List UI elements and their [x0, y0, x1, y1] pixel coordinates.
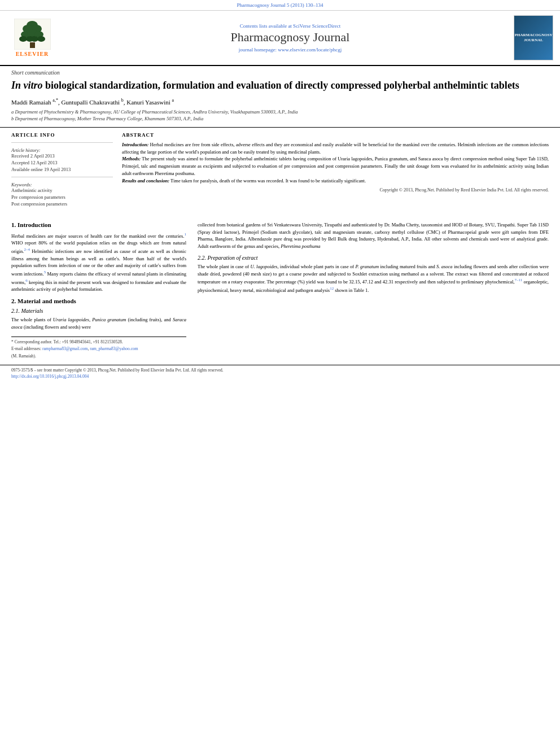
affiliation-a: a Department of Phytochemistry & Pharmac… [11, 109, 549, 116]
contents-text: Contents lists available at SciVerse Sci… [240, 23, 341, 29]
article-title: In vitro biological standardization, for… [0, 77, 560, 97]
article-type: Short communication [0, 66, 560, 77]
materials-paragraph: The whole plants of Uraria lagopoides, P… [11, 316, 186, 331]
intro-label: Introduction: [122, 142, 148, 147]
keyword1: Anthelmintic activity [11, 187, 113, 193]
received-date: Received 2 April 2013 [11, 153, 113, 159]
journal-homepage[interactable]: journal homepage: www.elsevier.com/locat… [67, 47, 514, 53]
abstract-text: Introduction: Herbal medicines are free … [122, 141, 549, 185]
footnote-author-short: (M. Ramaiah). [11, 353, 186, 360]
elsevier-logo: ELSEVIER [7, 19, 58, 57]
footnote-corresponding: * Corresponding author. Tel.: +91 984894… [11, 339, 186, 346]
methods-text: The present study was aimed to formulate… [122, 156, 549, 176]
article-info-heading: ARTICLE INFO [11, 132, 113, 138]
abstract-panel: ABSTRACT Introduction: Herbal medicines … [122, 132, 549, 208]
footer-doi: http://dx.doi.org/10.1016/j.phcgj.2013.0… [11, 374, 549, 380]
right-column: collected from botanical gardens of Sri … [198, 221, 549, 360]
doi-link[interactable]: http://dx.doi.org/10.1016/j.phcgj.2013.0… [11, 374, 89, 379]
intro-paragraph: Herbal medicines are major sources of he… [11, 231, 186, 293]
footer-bar: 0975-3575/$ – see front matter Copyright… [0, 365, 560, 382]
intro-heading: 1. Introduction [11, 221, 186, 228]
svg-point-7 [19, 36, 27, 42]
journal-reference: Pharmacognosy Journal 5 (2013) 130–134 [0, 0, 560, 11]
elsevier-tree-icon [14, 19, 51, 50]
email-label: E-mail addresses: [11, 346, 41, 351]
keyword3: Post compression parameters [11, 201, 113, 207]
journal-main-title: Pharmacognosy Journal [67, 30, 514, 45]
homepage-text: journal homepage: www.elsevier.com/locat… [239, 47, 342, 53]
journal-cover-image: PHARMACOGNOSY JOURNAL [514, 15, 553, 60]
journal-ref-text: Pharmacognosy Journal 5 (2013) 130–134 [237, 2, 323, 8]
footnote-area: * Corresponding author. Tel.: +91 984894… [11, 337, 186, 360]
right-paragraph-1: collected from botanical gardens of Sri … [198, 221, 549, 250]
svg-point-9 [30, 36, 38, 42]
email2[interactable]: ram_pharma83@yahoo.com [90, 346, 138, 351]
email1[interactable]: rampharma83@gmail.com [42, 346, 88, 351]
intro-text: Herbal medicines are free from side effe… [122, 142, 549, 155]
materials-subheading: 2.1. Materials [11, 308, 186, 314]
article-info-panel: ARTICLE INFO Article history: Received 2… [11, 132, 113, 208]
affiliation-b: b Department of Pharmacognosy, Mother Te… [11, 116, 549, 123]
results-label: Results and conclusion: [122, 178, 169, 184]
results-text: Time taken for paralysis, death of the w… [170, 178, 366, 184]
elsevier-brand-text: ELSEVIER [16, 51, 49, 57]
article-title-rest: biological standardization, formulation … [43, 80, 519, 91]
authors-text: Maddi Ramaiah a,*, Guntupalli Chakravath… [11, 99, 174, 106]
main-content: 1. Introduction Herbal medicines are maj… [0, 212, 560, 365]
extract-subheading: 2.2. Preparation of extract [198, 255, 549, 261]
cover-text: PHARMACOGNOSY JOURNAL [515, 33, 553, 43]
divider2 [11, 177, 113, 177]
history-label: Article history: [11, 147, 113, 153]
methods-heading: 2. Material and methods [11, 298, 186, 304]
article-title-italic: In vitro [11, 80, 43, 91]
article-info-abstract-section: ARTICLE INFO Article history: Received 2… [0, 127, 560, 212]
affiliations-block: a Department of Phytochemistry & Pharmac… [0, 107, 560, 127]
footnote-email: E-mail addresses: rampharma83@gmail.com,… [11, 346, 186, 352]
left-column: 1. Introduction Herbal medicines are maj… [11, 221, 186, 360]
svg-rect-11 [30, 42, 35, 48]
keywords-label: Keywords: [11, 182, 113, 187]
divider1 [11, 142, 113, 143]
journal-title-block: Contents lists available at SciVerse Sci… [67, 23, 514, 53]
available-date: Available online 19 April 2013 [11, 167, 113, 172]
keyword2: Pre compression parameters [11, 194, 113, 200]
methods-label: Methods: [122, 156, 141, 161]
sciverse-link[interactable]: Contents lists available at SciVerse Sci… [67, 23, 514, 29]
extract-paragraph: The whole plant in case of U. lagopoides… [198, 263, 549, 294]
copyright-line: Copyright © 2013, Phcog.Net. Published b… [122, 187, 549, 193]
abstract-heading: ABSTRACT [122, 132, 549, 138]
svg-point-10 [37, 36, 45, 42]
authors-line: Maddi Ramaiah a,*, Guntupalli Chakravath… [0, 97, 560, 107]
accepted-date: Accepted 12 April 2013 [11, 160, 113, 165]
journal-header: ELSEVIER Contents lists available at Sci… [0, 11, 560, 66]
footer-issn: 0975-3575/$ – see front matter Copyright… [11, 368, 549, 374]
